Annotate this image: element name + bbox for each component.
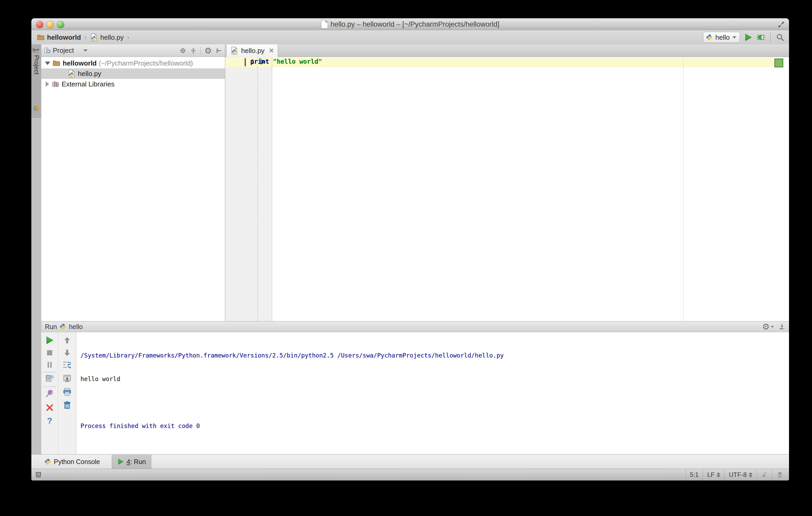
project-toolwindow-icon <box>33 105 39 112</box>
caret-position-widget[interactable]: 5:1 <box>686 469 703 481</box>
project-panel: Project ⚙ helloworld (~/PycharmProjects/… <box>41 44 225 321</box>
breadcrumb-project[interactable]: helloworld <box>47 33 81 41</box>
expand-toggle-icon[interactable] <box>46 82 49 87</box>
expand-toggle-icon[interactable] <box>45 62 50 65</box>
fullscreen-icon[interactable] <box>777 20 785 29</box>
chevron-down-icon <box>771 326 774 328</box>
project-stripe-label: 1: Project <box>33 48 40 74</box>
settings-gear-button[interactable]: ⚙ <box>204 47 212 55</box>
right-margin-guide <box>683 57 684 321</box>
python-icon <box>706 34 713 41</box>
navigation-bar: helloworld › hello.py › hello <box>31 30 789 44</box>
toolwindow-bar: Python Console 4: Run <box>31 454 789 469</box>
window-title: hello.py – helloworld – [~/PycharmProjec… <box>330 20 499 28</box>
console-line: /System/Library/Frameworks/Python.framew… <box>81 352 786 359</box>
console-line: hello world <box>81 375 786 383</box>
tab-hello-py[interactable]: hello.py ✕ <box>226 44 278 57</box>
pycharm-window: hello.py – helloworld – [~/PycharmProjec… <box>31 18 789 481</box>
hide-panel-button[interactable] <box>215 47 222 54</box>
run-configuration-selector[interactable]: hello <box>703 32 740 43</box>
run-icon <box>117 458 124 465</box>
library-icon <box>51 80 60 88</box>
editor-area[interactable]: hello.py ✕ 1 print "hello world" <box>225 44 789 321</box>
project-stripe-button[interactable]: 1: Project <box>31 44 41 118</box>
soft-wrap-button[interactable] <box>63 360 71 369</box>
readonly-lock-widget[interactable] <box>757 469 772 481</box>
tree-item-helloworld[interactable]: helloworld (~/PycharmProjects/helloworld… <box>41 58 225 68</box>
encoding-widget[interactable]: UTF-8 <box>724 469 757 481</box>
next-occurrence-button[interactable] <box>63 348 71 357</box>
project-panel-header: Project ⚙ <box>41 44 225 57</box>
rerun-button[interactable] <box>45 336 54 345</box>
help-button[interactable]: ? <box>45 416 54 425</box>
status-bar: 5:1 LF UTF-8 <box>31 469 789 481</box>
python-console-tab[interactable]: Python Console <box>39 455 105 469</box>
run-toolwindow-title: Run <box>45 323 57 331</box>
pause-output-button[interactable] <box>45 360 54 369</box>
python-file-icon <box>67 69 76 78</box>
settings-gear-button[interactable]: ⚙ <box>762 323 770 331</box>
toolbar-separator <box>770 33 771 42</box>
editor-tabbar: hello.py ✕ <box>225 44 789 57</box>
hide-toolwindow-button[interactable] <box>779 323 785 330</box>
unlocked-icon <box>761 472 768 478</box>
console-line <box>81 398 786 406</box>
run-toolwindow-header[interactable]: Run hello ⚙ <box>41 321 789 332</box>
breadcrumb: helloworld › hello.py › <box>31 33 130 42</box>
toggle-toolwindows-button[interactable] <box>35 472 42 478</box>
chevron-right-icon: › <box>127 33 129 42</box>
code-string: "hello world" <box>273 58 322 65</box>
show-console-button[interactable] <box>45 374 54 383</box>
stepper-icon <box>749 473 752 477</box>
prev-occurrence-button[interactable] <box>63 336 71 345</box>
locate-file-button[interactable] <box>179 47 186 54</box>
code-keyword: print <box>250 58 273 65</box>
console-toolbar: ? <box>41 332 76 454</box>
titlebar[interactable]: hello.py – helloworld – [~/PycharmProjec… <box>31 18 789 31</box>
document-icon <box>321 20 328 28</box>
code-line[interactable]: print "hello world" <box>250 58 322 65</box>
close-console-button[interactable] <box>45 403 54 412</box>
editor-gutter <box>225 57 272 321</box>
folder-icon <box>36 33 45 41</box>
run-config-name: hello <box>69 323 83 331</box>
run-tab[interactable]: 4: Run <box>112 455 151 469</box>
clear-console-button[interactable] <box>63 401 71 409</box>
tree-item-external-libraries[interactable]: External Libraries <box>41 79 225 89</box>
debug-button[interactable] <box>757 33 765 41</box>
chevron-right-icon: › <box>84 33 87 42</box>
breadcrumb-file[interactable]: hello.py <box>100 33 124 41</box>
inspection-status-indicator[interactable] <box>774 59 783 67</box>
stepper-icon <box>717 473 720 477</box>
tree-item-hello-py[interactable]: hello.py <box>41 68 225 79</box>
project-view-icon <box>44 47 51 54</box>
run-button[interactable] <box>744 33 752 41</box>
python-icon <box>60 323 66 330</box>
folder-icon <box>52 59 61 67</box>
console-line: Process finished with exit code 0 <box>81 422 786 430</box>
scroll-to-end-button[interactable] <box>63 374 71 383</box>
console-output[interactable]: /System/Library/Frameworks/Python.framew… <box>81 336 786 451</box>
project-path: (~/PycharmProjects/helloworld) <box>99 59 193 67</box>
left-toolwindow-stripe: 1: Project <box>31 44 41 454</box>
stop-button[interactable] <box>45 348 54 357</box>
python-file-icon <box>90 33 98 41</box>
run-console: ? /System/Library/Frameworks/Python.fram… <box>41 332 789 454</box>
python-file-icon <box>230 47 238 55</box>
chevron-down-icon[interactable] <box>83 49 88 52</box>
line-separator-widget[interactable]: LF <box>703 469 724 481</box>
project-view-dropdown[interactable]: Project <box>53 47 74 55</box>
collapse-all-button[interactable] <box>190 47 197 54</box>
inspections-profile-widget[interactable] <box>772 469 789 481</box>
print-button[interactable] <box>63 388 71 396</box>
project-tree: helloworld (~/PycharmProjects/helloworld… <box>41 58 225 89</box>
text-caret <box>245 58 245 66</box>
run-configuration-label: hello <box>715 33 730 41</box>
hector-icon <box>777 472 783 478</box>
close-tab-icon[interactable]: ✕ <box>269 47 274 54</box>
chevron-down-icon <box>732 36 736 39</box>
pin-tab-button[interactable] <box>45 389 54 398</box>
search-button[interactable] <box>776 33 784 41</box>
python-console-icon <box>45 458 51 465</box>
